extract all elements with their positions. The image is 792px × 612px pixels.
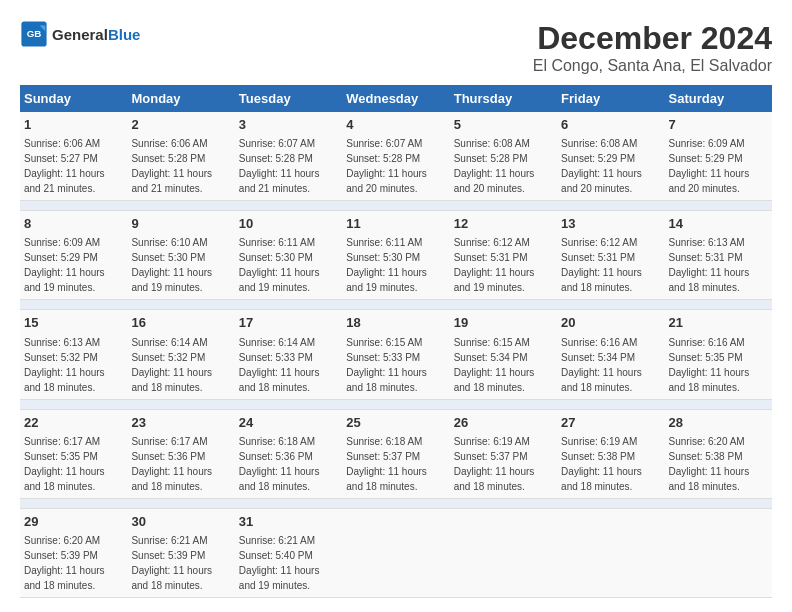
sunrise-text: Sunrise: 6:06 AMSunset: 5:27 PMDaylight:… [24, 138, 105, 194]
sunrise-text: Sunrise: 6:08 AMSunset: 5:29 PMDaylight:… [561, 138, 642, 194]
logo-icon: GB [20, 20, 48, 48]
day-number: 20 [561, 314, 660, 332]
calendar-body: 1Sunrise: 6:06 AMSunset: 5:27 PMDaylight… [20, 112, 772, 597]
day-number: 15 [24, 314, 123, 332]
calendar-cell: 29Sunrise: 6:20 AMSunset: 5:39 PMDayligh… [20, 508, 127, 597]
calendar-cell: 30Sunrise: 6:21 AMSunset: 5:39 PMDayligh… [127, 508, 234, 597]
sunrise-text: Sunrise: 6:11 AMSunset: 5:30 PMDaylight:… [239, 237, 320, 293]
day-number: 2 [131, 116, 230, 134]
calendar-cell: 23Sunrise: 6:17 AMSunset: 5:36 PMDayligh… [127, 409, 234, 498]
calendar-cell: 12Sunrise: 6:12 AMSunset: 5:31 PMDayligh… [450, 211, 557, 300]
calendar-cell: 27Sunrise: 6:19 AMSunset: 5:38 PMDayligh… [557, 409, 664, 498]
calendar-cell: 25Sunrise: 6:18 AMSunset: 5:37 PMDayligh… [342, 409, 449, 498]
day-number: 19 [454, 314, 553, 332]
day-number: 28 [669, 414, 768, 432]
calendar-cell: 17Sunrise: 6:14 AMSunset: 5:33 PMDayligh… [235, 310, 342, 399]
calendar-cell: 15Sunrise: 6:13 AMSunset: 5:32 PMDayligh… [20, 310, 127, 399]
sunrise-text: Sunrise: 6:15 AMSunset: 5:33 PMDaylight:… [346, 337, 427, 393]
sunrise-text: Sunrise: 6:13 AMSunset: 5:32 PMDaylight:… [24, 337, 105, 393]
calendar-cell: 11Sunrise: 6:11 AMSunset: 5:30 PMDayligh… [342, 211, 449, 300]
sunrise-text: Sunrise: 6:07 AMSunset: 5:28 PMDaylight:… [239, 138, 320, 194]
calendar-cell [665, 508, 772, 597]
calendar-cell: 5Sunrise: 6:08 AMSunset: 5:28 PMDaylight… [450, 112, 557, 201]
day-number: 22 [24, 414, 123, 432]
day-number: 29 [24, 513, 123, 531]
header-day: Wednesday [342, 85, 449, 112]
calendar-cell [342, 508, 449, 597]
calendar-week-row: 8Sunrise: 6:09 AMSunset: 5:29 PMDaylight… [20, 211, 772, 300]
day-number: 6 [561, 116, 660, 134]
day-number: 12 [454, 215, 553, 233]
day-number: 30 [131, 513, 230, 531]
header-day: Sunday [20, 85, 127, 112]
calendar-week-row: 15Sunrise: 6:13 AMSunset: 5:32 PMDayligh… [20, 310, 772, 399]
sunrise-text: Sunrise: 6:15 AMSunset: 5:34 PMDaylight:… [454, 337, 535, 393]
day-number: 1 [24, 116, 123, 134]
day-number: 7 [669, 116, 768, 134]
header-day: Saturday [665, 85, 772, 112]
calendar-cell: 16Sunrise: 6:14 AMSunset: 5:32 PMDayligh… [127, 310, 234, 399]
calendar-week-row: 22Sunrise: 6:17 AMSunset: 5:35 PMDayligh… [20, 409, 772, 498]
sunrise-text: Sunrise: 6:06 AMSunset: 5:28 PMDaylight:… [131, 138, 212, 194]
sunrise-text: Sunrise: 6:17 AMSunset: 5:36 PMDaylight:… [131, 436, 212, 492]
sunrise-text: Sunrise: 6:07 AMSunset: 5:28 PMDaylight:… [346, 138, 427, 194]
calendar-cell: 6Sunrise: 6:08 AMSunset: 5:29 PMDaylight… [557, 112, 664, 201]
sunrise-text: Sunrise: 6:18 AMSunset: 5:36 PMDaylight:… [239, 436, 320, 492]
day-number: 14 [669, 215, 768, 233]
calendar-cell: 7Sunrise: 6:09 AMSunset: 5:29 PMDaylight… [665, 112, 772, 201]
day-number: 11 [346, 215, 445, 233]
calendar-cell: 28Sunrise: 6:20 AMSunset: 5:38 PMDayligh… [665, 409, 772, 498]
sunrise-text: Sunrise: 6:09 AMSunset: 5:29 PMDaylight:… [669, 138, 750, 194]
header: GB GeneralBlue December 2024 El Congo, S… [20, 20, 772, 75]
calendar-cell: 18Sunrise: 6:15 AMSunset: 5:33 PMDayligh… [342, 310, 449, 399]
sunrise-text: Sunrise: 6:14 AMSunset: 5:33 PMDaylight:… [239, 337, 320, 393]
week-spacer [20, 399, 772, 409]
week-spacer [20, 201, 772, 211]
calendar-cell: 31Sunrise: 6:21 AMSunset: 5:40 PMDayligh… [235, 508, 342, 597]
day-number: 26 [454, 414, 553, 432]
sunrise-text: Sunrise: 6:21 AMSunset: 5:39 PMDaylight:… [131, 535, 212, 591]
calendar-cell: 19Sunrise: 6:15 AMSunset: 5:34 PMDayligh… [450, 310, 557, 399]
sunrise-text: Sunrise: 6:17 AMSunset: 5:35 PMDaylight:… [24, 436, 105, 492]
calendar-cell: 26Sunrise: 6:19 AMSunset: 5:37 PMDayligh… [450, 409, 557, 498]
day-number: 4 [346, 116, 445, 134]
week-spacer [20, 498, 772, 508]
svg-text:GB: GB [27, 28, 42, 39]
sunrise-text: Sunrise: 6:12 AMSunset: 5:31 PMDaylight:… [561, 237, 642, 293]
header-day: Monday [127, 85, 234, 112]
day-number: 10 [239, 215, 338, 233]
header-day: Tuesday [235, 85, 342, 112]
title-area: December 2024 El Congo, Santa Ana, El Sa… [533, 20, 772, 75]
calendar-cell: 14Sunrise: 6:13 AMSunset: 5:31 PMDayligh… [665, 211, 772, 300]
day-number: 17 [239, 314, 338, 332]
day-number: 9 [131, 215, 230, 233]
sunrise-text: Sunrise: 6:20 AMSunset: 5:39 PMDaylight:… [24, 535, 105, 591]
day-number: 23 [131, 414, 230, 432]
day-number: 5 [454, 116, 553, 134]
calendar-cell: 1Sunrise: 6:06 AMSunset: 5:27 PMDaylight… [20, 112, 127, 201]
sunrise-text: Sunrise: 6:16 AMSunset: 5:34 PMDaylight:… [561, 337, 642, 393]
calendar-cell: 13Sunrise: 6:12 AMSunset: 5:31 PMDayligh… [557, 211, 664, 300]
calendar-cell: 20Sunrise: 6:16 AMSunset: 5:34 PMDayligh… [557, 310, 664, 399]
sunrise-text: Sunrise: 6:20 AMSunset: 5:38 PMDaylight:… [669, 436, 750, 492]
day-number: 16 [131, 314, 230, 332]
week-spacer [20, 300, 772, 310]
logo-text: GeneralBlue [52, 26, 140, 43]
page-title: December 2024 [533, 20, 772, 57]
calendar-cell: 21Sunrise: 6:16 AMSunset: 5:35 PMDayligh… [665, 310, 772, 399]
page-subtitle: El Congo, Santa Ana, El Salvador [533, 57, 772, 75]
day-number: 31 [239, 513, 338, 531]
calendar-cell: 2Sunrise: 6:06 AMSunset: 5:28 PMDaylight… [127, 112, 234, 201]
sunrise-text: Sunrise: 6:14 AMSunset: 5:32 PMDaylight:… [131, 337, 212, 393]
calendar-cell [450, 508, 557, 597]
calendar-cell: 4Sunrise: 6:07 AMSunset: 5:28 PMDaylight… [342, 112, 449, 201]
sunrise-text: Sunrise: 6:11 AMSunset: 5:30 PMDaylight:… [346, 237, 427, 293]
day-number: 27 [561, 414, 660, 432]
sunrise-text: Sunrise: 6:16 AMSunset: 5:35 PMDaylight:… [669, 337, 750, 393]
day-number: 25 [346, 414, 445, 432]
calendar-cell [557, 508, 664, 597]
day-number: 8 [24, 215, 123, 233]
sunrise-text: Sunrise: 6:08 AMSunset: 5:28 PMDaylight:… [454, 138, 535, 194]
calendar-cell: 10Sunrise: 6:11 AMSunset: 5:30 PMDayligh… [235, 211, 342, 300]
calendar-cell: 8Sunrise: 6:09 AMSunset: 5:29 PMDaylight… [20, 211, 127, 300]
